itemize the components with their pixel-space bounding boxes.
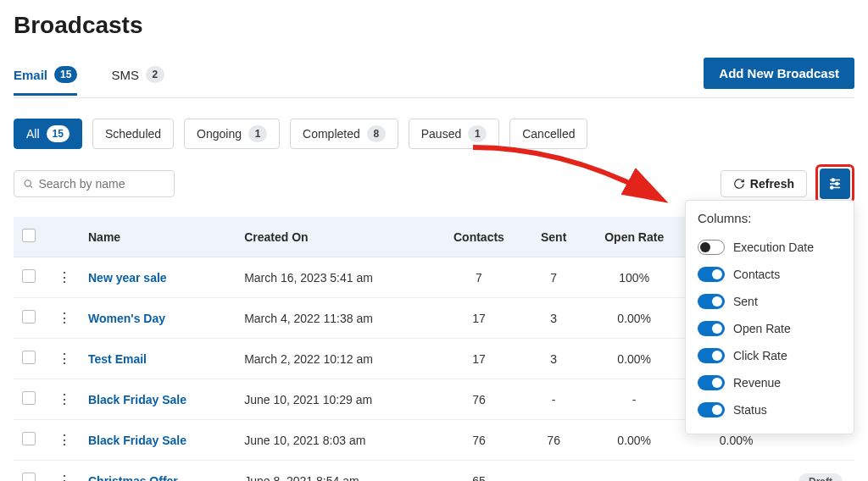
header-open-rate[interactable]: Open Rate: [582, 217, 686, 257]
column-settings-button[interactable]: [820, 169, 850, 199]
cell-open-rate: 100%: [582, 257, 686, 298]
column-option-status[interactable]: Status: [698, 396, 842, 423]
filter-badge: 15: [47, 125, 70, 142]
filter-all[interactable]: All 15: [14, 119, 82, 149]
row-actions-menu[interactable]: ⋮: [58, 351, 71, 366]
settings-highlight: [815, 164, 854, 203]
tabs: Email 15 SMS 2: [14, 59, 164, 96]
cell-sent: 3: [525, 339, 582, 379]
tab-email[interactable]: Email 15: [14, 59, 77, 96]
row-checkbox[interactable]: [22, 432, 36, 445]
cell-contacts: 17: [433, 298, 525, 339]
header-sent[interactable]: Sent: [525, 217, 582, 257]
add-new-broadcast-button[interactable]: Add New Broadcast: [704, 58, 854, 89]
column-option-label: Contacts: [733, 268, 780, 281]
filter-ongoing[interactable]: Ongoing 1: [184, 119, 280, 149]
refresh-label: Refresh: [750, 177, 794, 191]
broadcast-name-link[interactable]: Christmas Offer: [88, 474, 178, 482]
filter-label: Scheduled: [105, 127, 161, 141]
row-actions-menu[interactable]: ⋮: [58, 392, 71, 406]
toggle-execution-date[interactable]: [698, 240, 725, 255]
toggle-click-rate[interactable]: [698, 348, 725, 363]
broadcast-name-link[interactable]: Test Email: [88, 352, 147, 366]
filter-badge: 1: [248, 125, 267, 142]
search-wrap[interactable]: [14, 170, 175, 197]
toggle-sent[interactable]: [698, 294, 725, 309]
cell-open-rate: 0.00%: [582, 420, 686, 461]
toggle-contacts[interactable]: [698, 267, 725, 282]
column-option-label: Execution Date: [733, 240, 814, 254]
tabs-row: Email 15 SMS 2 Add New Broadcast: [14, 58, 854, 98]
column-option-execution-date[interactable]: Execution Date: [698, 234, 842, 261]
filter-paused[interactable]: Paused 1: [409, 119, 499, 149]
toggle-revenue[interactable]: [698, 375, 725, 390]
cell-sent: -: [525, 461, 582, 482]
column-option-click-rate[interactable]: Click Rate: [698, 342, 842, 369]
cell-sent: 76: [525, 420, 582, 461]
filter-label: All: [26, 127, 40, 141]
column-option-label: Status: [733, 403, 767, 417]
filter-label: Cancelled: [522, 127, 575, 141]
columns-panel: Columns: Execution Date Contacts Sent Op…: [685, 200, 854, 434]
row-checkbox[interactable]: [22, 310, 36, 323]
cell-open-rate: -: [582, 379, 686, 420]
cell-sent: 3: [525, 298, 582, 339]
filter-scheduled[interactable]: Scheduled: [92, 119, 174, 149]
header-name[interactable]: Name: [80, 217, 236, 257]
cell-sent: 7: [525, 257, 582, 298]
cell-created: March 16, 2023 5:41 am: [236, 257, 433, 298]
filter-cancelled[interactable]: Cancelled: [509, 119, 587, 149]
row-actions-menu[interactable]: ⋮: [58, 311, 71, 325]
select-all-checkbox[interactable]: [22, 229, 36, 242]
row-checkbox[interactable]: [22, 269, 36, 283]
header-created[interactable]: Created On: [236, 217, 433, 257]
right-tools: Refresh Columns: Execution Date Contacts…: [721, 164, 854, 203]
refresh-icon: [733, 178, 745, 190]
columns-panel-title: Columns:: [698, 211, 842, 225]
tab-badge: 15: [54, 66, 77, 83]
cell-contacts: 7: [433, 257, 525, 298]
row-actions-menu[interactable]: ⋮: [58, 433, 71, 447]
search-icon: [23, 178, 33, 190]
toggle-open-rate[interactable]: [698, 321, 725, 336]
cell-created: June 8, 2021 8:54 am: [236, 461, 433, 482]
row-checkbox[interactable]: [22, 391, 36, 405]
filter-label: Ongoing: [197, 127, 242, 141]
cell-created: March 4, 2022 11:38 am: [236, 298, 433, 339]
cell-open-rate: 0.00%: [582, 298, 686, 339]
cell-open-rate: -: [582, 461, 686, 482]
annotation-arrow: [465, 139, 685, 224]
filter-completed[interactable]: Completed 8: [290, 119, 398, 149]
column-option-sent[interactable]: Sent: [698, 288, 842, 315]
broadcast-name-link[interactable]: Black Friday Sale: [88, 434, 186, 447]
cell-contacts: 65: [433, 461, 525, 482]
tab-label: SMS: [111, 68, 139, 82]
broadcast-name-link[interactable]: Black Friday Sale: [88, 393, 186, 406]
row-actions-menu[interactable]: ⋮: [58, 473, 71, 481]
cell-contacts: 76: [433, 420, 525, 461]
row-actions-menu[interactable]: ⋮: [58, 270, 71, 285]
header-contacts[interactable]: Contacts: [433, 217, 525, 257]
column-option-open-rate[interactable]: Open Rate: [698, 315, 842, 342]
tab-label: Email: [14, 68, 47, 82]
column-option-label: Click Rate: [733, 349, 787, 362]
broadcast-name-link[interactable]: Women's Day: [88, 312, 165, 325]
cell-created: June 10, 2021 10:29 am: [236, 379, 433, 420]
column-option-label: Open Rate: [733, 322, 791, 335]
svg-line-1: [31, 185, 32, 187]
page-title: Broadcasts: [14, 12, 854, 39]
svg-point-0: [25, 180, 31, 186]
cell-open-rate: 0.00%: [582, 339, 686, 379]
refresh-button[interactable]: Refresh: [721, 170, 807, 197]
row-checkbox[interactable]: [22, 473, 36, 481]
tab-badge: 2: [146, 66, 164, 83]
search-input[interactable]: [38, 177, 165, 191]
column-option-contacts[interactable]: Contacts: [698, 261, 842, 288]
broadcast-name-link[interactable]: New year sale: [88, 271, 167, 285]
toggle-status[interactable]: [698, 402, 725, 417]
row-checkbox[interactable]: [22, 351, 36, 364]
filter-label: Completed: [303, 127, 360, 141]
column-option-revenue[interactable]: Revenue: [698, 369, 842, 396]
column-option-label: Revenue: [733, 376, 781, 390]
tab-sms[interactable]: SMS 2: [111, 59, 164, 96]
